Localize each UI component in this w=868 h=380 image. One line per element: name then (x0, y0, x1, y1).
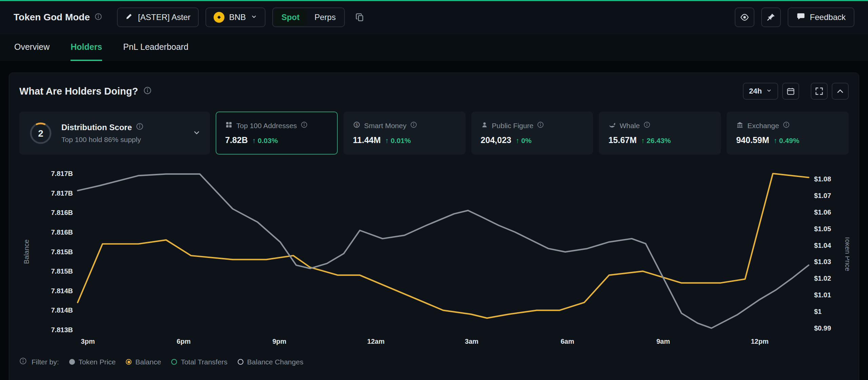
x-axis-tick: 9am (656, 338, 670, 345)
holders-chart[interactable]: 7.817B7.817B7.816B7.816B7.815B7.815B7.81… (19, 165, 849, 351)
legend-item-token-price[interactable]: Token Price (69, 358, 116, 366)
distribution-score-subtitle: Top 100 hold 86% supply (61, 136, 143, 144)
copy-button[interactable] (352, 9, 368, 25)
chevron-down-icon[interactable] (192, 128, 201, 138)
distribution-score-texts: Distribution Score Top 100 hold 86% supp… (61, 123, 143, 144)
series-line-balance (78, 174, 809, 318)
left-axis-tick: 7.815B (51, 267, 73, 275)
metric-card-whale[interactable]: Whale 15.67M ↑ 26.43% (599, 112, 721, 155)
feedback-label: Feedback (810, 13, 846, 22)
tab-pnl-leaderboard[interactable]: PnL Leaderboard (123, 34, 188, 61)
left-axis-tick: 7.814B (51, 287, 73, 295)
pin-button[interactable] (761, 7, 781, 27)
watch-button[interactable] (735, 7, 754, 27)
metric-change: ↑ 26.43% (641, 137, 671, 145)
right-axis-tick: $1.07 (814, 192, 831, 199)
holders-panel: What Are Holders Doing? 24h (9, 73, 859, 380)
fullscreen-button[interactable] (811, 83, 828, 100)
info-icon[interactable] (95, 12, 102, 23)
panel-controls: 24h (743, 83, 849, 100)
panel-title-text: What Are Holders Doing? (19, 86, 138, 97)
info-icon[interactable] (537, 121, 544, 130)
left-axis-title: Balance (23, 239, 30, 264)
x-axis-tick: 3am (465, 338, 478, 345)
panel-header: What Are Holders Doing? 24h (19, 82, 849, 100)
distribution-score-label: Distribution Score (61, 123, 132, 132)
info-icon[interactable] (143, 86, 152, 97)
metric-label: Exchange (747, 122, 779, 130)
metric-change: ↑ 0.01% (385, 137, 411, 145)
app-title-text: Token God Mode (14, 12, 90, 23)
chevron-down-icon (766, 87, 772, 96)
left-axis-tick: 7.817B (51, 170, 73, 177)
info-icon[interactable] (783, 121, 790, 130)
app-header: Token God Mode [ASTER] Aster BNB Spot Pe… (0, 1, 868, 34)
x-axis-tick: 6pm (177, 338, 191, 345)
legend-label: Balance Changes (247, 358, 303, 366)
metric-card-top-100-addresses[interactable]: Top 100 Addresses 7.82B ↑ 0.03% (216, 112, 338, 155)
right-axis-tick: $1.01 (814, 291, 831, 299)
info-icon[interactable] (19, 357, 27, 366)
metric-value: 204,023 (481, 135, 511, 145)
metric-card-exchange[interactable]: Exchange 940.59M ↑ 0.49% (727, 112, 849, 155)
metric-change: ↑ 0.03% (252, 137, 278, 145)
legend-item-balance-changes[interactable]: Balance Changes (238, 358, 303, 366)
balance-changes-circle-icon (238, 359, 243, 365)
right-axis-tick: $1.04 (814, 242, 831, 249)
token-selector[interactable]: [ASTER] Aster (117, 7, 199, 27)
tab-holders[interactable]: Holders (71, 34, 102, 61)
app-title: Token God Mode (14, 12, 102, 23)
pencil-icon (125, 12, 133, 22)
info-icon[interactable] (136, 123, 143, 132)
legend-item-total-transfers[interactable]: Total Transfers (171, 358, 228, 366)
series-line-token-price (78, 174, 809, 328)
distribution-score-card[interactable]: 2 Distribution Score Top 100 hold 86% su… (19, 112, 210, 155)
metric-card-smart-money[interactable]: $ Smart Money 11.44M ↑ 0.01% (343, 112, 466, 155)
tab-overview[interactable]: Overview (14, 34, 50, 61)
metric-change: ↑ 0.49% (773, 137, 799, 145)
feedback-button[interactable]: Feedback (788, 7, 854, 27)
token-price-dot-icon (69, 359, 75, 365)
legend-item-balance[interactable]: Balance (126, 358, 161, 366)
info-icon[interactable] (644, 121, 650, 130)
left-axis-tick: 7.816B (51, 228, 73, 236)
right-axis-tick: $1.05 (814, 225, 831, 233)
right-axis-tick: $1.03 (814, 258, 831, 265)
chain-selector[interactable]: BNB (205, 7, 265, 27)
chevron-down-icon (251, 13, 257, 22)
x-axis-tick: 12pm (751, 338, 768, 345)
x-axis-tick: 12am (367, 338, 384, 345)
legend-label: Balance (135, 358, 161, 366)
right-axis-tick: $1 (814, 308, 822, 315)
panel-title: What Are Holders Doing? (19, 86, 152, 97)
metric-card-public-figure[interactable]: Public Figure 204,023 ↑ 0% (471, 112, 593, 155)
calendar-button[interactable] (782, 83, 799, 100)
stat-cards-row: 2 Distribution Score Top 100 hold 86% su… (19, 112, 849, 155)
collapse-button[interactable] (832, 83, 849, 100)
info-icon[interactable] (410, 121, 417, 130)
chat-bubble-icon (796, 12, 805, 23)
right-axis-tick: $0.99 (814, 324, 831, 332)
total-transfers-circle-icon (171, 359, 177, 365)
page-tabs: Overview Holders PnL Leaderboard (0, 34, 868, 61)
timeframe-dropdown[interactable]: 24h (743, 83, 778, 100)
left-axis-tick: 7.814B (51, 306, 73, 314)
left-axis-tick: 7.813B (51, 326, 73, 334)
perps-toggle[interactable]: Perps (308, 9, 342, 25)
left-axis-tick: 7.817B (51, 189, 73, 197)
metric-value: 7.82B (225, 135, 248, 145)
right-axis-title: Token Price (844, 236, 849, 272)
timeframe-value: 24h (749, 87, 762, 96)
balance-radio-icon (126, 359, 132, 365)
left-axis-tick: 7.816B (51, 209, 73, 216)
metric-value: 15.67M (608, 135, 636, 145)
metric-value: 11.44M (353, 135, 381, 145)
legend-label: Total Transfers (181, 358, 228, 366)
whale-icon (608, 121, 616, 130)
distribution-score-value: 2 (38, 128, 43, 139)
legend-label: Token Price (79, 358, 116, 366)
info-icon[interactable] (301, 121, 308, 130)
market-toggle: Spot Perps (272, 7, 345, 27)
spot-toggle[interactable]: Spot (275, 9, 306, 25)
x-axis-tick: 3pm (81, 338, 95, 345)
